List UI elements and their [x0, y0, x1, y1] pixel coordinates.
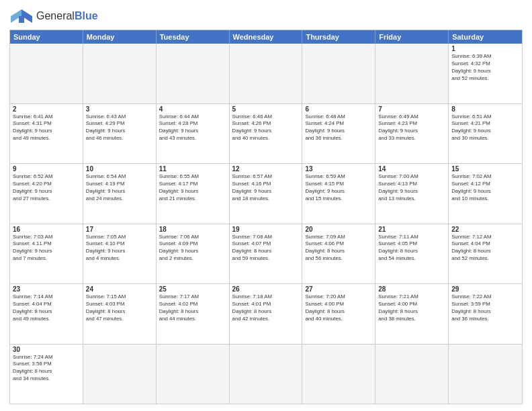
day-number: 24 — [86, 285, 153, 293]
day-info: Sunrise: 6:54 AM Sunset: 4:19 PM Dayligh… — [86, 173, 153, 203]
day-number: 11 — [159, 165, 226, 173]
calendar-row-4: 23Sunrise: 7:14 AM Sunset: 4:04 PM Dayli… — [10, 284, 522, 345]
day-number: 3 — [86, 105, 153, 113]
day-info: Sunrise: 7:21 AM Sunset: 4:00 PM Dayligh… — [378, 293, 445, 323]
page: GeneralBlue SundayMondayTuesdayWednesday… — [0, 0, 532, 411]
day-number: 16 — [13, 226, 80, 233]
day-info: Sunrise: 7:18 AM Sunset: 4:01 PM Dayligh… — [232, 293, 300, 323]
logo-text: GeneralBlue — [36, 9, 98, 22]
weekday-header-sunday: Sunday — [10, 30, 83, 44]
day-info: Sunrise: 6:57 AM Sunset: 4:16 PM Dayligh… — [232, 173, 300, 203]
day-info: Sunrise: 6:43 AM Sunset: 4:29 PM Dayligh… — [86, 113, 153, 143]
calendar-header: SundayMondayTuesdayWednesdayThursdayFrid… — [10, 30, 522, 44]
day-info: Sunrise: 7:24 AM Sunset: 3:58 PM Dayligh… — [13, 354, 80, 383]
calendar-body: 1Sunrise: 6:39 AM Sunset: 4:32 PM Daylig… — [10, 44, 522, 404]
calendar-cell: 9Sunrise: 6:52 AM Sunset: 4:20 PM Daylig… — [10, 164, 83, 224]
calendar: SundayMondayTuesdayWednesdayThursdayFrid… — [9, 30, 523, 404]
calendar-row-0: 1Sunrise: 6:39 AM Sunset: 4:32 PM Daylig… — [10, 44, 522, 104]
day-number: 2 — [13, 105, 80, 113]
weekday-header-saturday: Saturday — [449, 30, 522, 44]
day-info: Sunrise: 6:52 AM Sunset: 4:20 PM Dayligh… — [13, 173, 80, 203]
day-info: Sunrise: 7:12 AM Sunset: 4:04 PM Dayligh… — [451, 234, 519, 263]
day-info: Sunrise: 6:44 AM Sunset: 4:28 PM Dayligh… — [159, 113, 226, 143]
calendar-cell: 27Sunrise: 7:20 AM Sunset: 4:00 PM Dayli… — [302, 284, 375, 344]
day-number: 25 — [159, 285, 226, 293]
day-info: Sunrise: 7:20 AM Sunset: 4:00 PM Dayligh… — [305, 293, 372, 323]
calendar-cell: 10Sunrise: 6:54 AM Sunset: 4:19 PM Dayli… — [83, 164, 157, 224]
calendar-cell: 8Sunrise: 6:51 AM Sunset: 4:21 PM Daylig… — [449, 104, 522, 164]
svg-rect-2 — [19, 16, 24, 23]
day-number: 13 — [305, 165, 372, 173]
day-number: 14 — [378, 165, 445, 173]
day-number: 18 — [159, 226, 226, 233]
day-info: Sunrise: 7:11 AM Sunset: 4:05 PM Dayligh… — [378, 234, 445, 263]
calendar-cell: 12Sunrise: 6:57 AM Sunset: 4:16 PM Dayli… — [230, 164, 303, 224]
calendar-cell: 19Sunrise: 7:08 AM Sunset: 4:07 PM Dayli… — [230, 224, 303, 284]
day-number: 1 — [451, 45, 519, 52]
day-info: Sunrise: 6:39 AM Sunset: 4:32 PM Dayligh… — [451, 53, 519, 83]
day-info: Sunrise: 7:00 AM Sunset: 4:13 PM Dayligh… — [378, 173, 445, 203]
calendar-cell — [375, 44, 449, 103]
weekday-header-wednesday: Wednesday — [230, 30, 303, 44]
weekday-header-thursday: Thursday — [302, 30, 375, 44]
weekday-header-friday: Friday — [375, 30, 449, 44]
calendar-cell: 4Sunrise: 6:44 AM Sunset: 4:28 PM Daylig… — [157, 104, 230, 164]
day-number: 8 — [451, 105, 519, 113]
day-info: Sunrise: 6:41 AM Sunset: 4:31 PM Dayligh… — [13, 113, 80, 143]
day-info: Sunrise: 7:22 AM Sunset: 3:59 PM Dayligh… — [451, 293, 519, 323]
day-number: 29 — [451, 285, 519, 293]
calendar-cell: 20Sunrise: 7:09 AM Sunset: 4:06 PM Dayli… — [302, 224, 375, 284]
calendar-cell: 30Sunrise: 7:24 AM Sunset: 3:58 PM Dayli… — [10, 345, 83, 404]
weekday-header-tuesday: Tuesday — [157, 30, 230, 44]
day-number: 7 — [378, 105, 445, 113]
day-number: 12 — [232, 165, 300, 173]
calendar-cell: 2Sunrise: 6:41 AM Sunset: 4:31 PM Daylig… — [10, 104, 83, 164]
day-info: Sunrise: 7:03 AM Sunset: 4:11 PM Dayligh… — [13, 234, 80, 263]
day-info: Sunrise: 6:48 AM Sunset: 4:24 PM Dayligh… — [305, 113, 372, 143]
calendar-cell: 22Sunrise: 7:12 AM Sunset: 4:04 PM Dayli… — [449, 224, 522, 284]
calendar-cell — [10, 44, 83, 103]
calendar-cell: 24Sunrise: 7:15 AM Sunset: 4:03 PM Dayli… — [83, 284, 157, 344]
calendar-cell — [230, 44, 303, 103]
day-number: 6 — [305, 105, 372, 113]
calendar-cell: 18Sunrise: 7:06 AM Sunset: 4:09 PM Dayli… — [157, 224, 230, 284]
day-number: 17 — [86, 226, 153, 233]
calendar-cell: 1Sunrise: 6:39 AM Sunset: 4:32 PM Daylig… — [449, 44, 522, 103]
calendar-cell: 6Sunrise: 6:48 AM Sunset: 4:24 PM Daylig… — [302, 104, 375, 164]
calendar-cell — [302, 44, 375, 103]
day-number: 21 — [378, 226, 445, 233]
day-number: 22 — [451, 226, 519, 233]
calendar-row-5: 30Sunrise: 7:24 AM Sunset: 3:58 PM Dayli… — [10, 345, 522, 404]
logo-icon — [9, 7, 34, 26]
day-info: Sunrise: 7:17 AM Sunset: 4:02 PM Dayligh… — [159, 293, 226, 323]
day-number: 19 — [232, 226, 300, 233]
calendar-row-2: 9Sunrise: 6:52 AM Sunset: 4:20 PM Daylig… — [10, 164, 522, 224]
day-info: Sunrise: 6:46 AM Sunset: 4:26 PM Dayligh… — [232, 113, 300, 143]
day-number: 5 — [232, 105, 300, 113]
logo: GeneralBlue — [9, 7, 98, 26]
calendar-cell: 7Sunrise: 6:49 AM Sunset: 4:23 PM Daylig… — [375, 104, 449, 164]
day-number: 10 — [86, 165, 153, 173]
header: GeneralBlue — [9, 7, 523, 26]
calendar-cell: 17Sunrise: 7:05 AM Sunset: 4:10 PM Dayli… — [83, 224, 157, 284]
day-info: Sunrise: 7:08 AM Sunset: 4:07 PM Dayligh… — [232, 234, 300, 263]
calendar-cell — [83, 345, 157, 404]
day-info: Sunrise: 7:15 AM Sunset: 4:03 PM Dayligh… — [86, 293, 153, 323]
day-number: 4 — [159, 105, 226, 113]
calendar-cell — [302, 345, 375, 404]
day-info: Sunrise: 6:51 AM Sunset: 4:21 PM Dayligh… — [451, 113, 519, 143]
calendar-cell — [83, 44, 157, 103]
day-number: 30 — [13, 346, 80, 353]
calendar-cell: 28Sunrise: 7:21 AM Sunset: 4:00 PM Dayli… — [375, 284, 449, 344]
calendar-row-1: 2Sunrise: 6:41 AM Sunset: 4:31 PM Daylig… — [10, 104, 522, 165]
day-number: 23 — [13, 285, 80, 293]
calendar-cell — [375, 345, 449, 404]
weekday-header-monday: Monday — [83, 30, 157, 44]
calendar-cell: 25Sunrise: 7:17 AM Sunset: 4:02 PM Dayli… — [157, 284, 230, 344]
calendar-cell: 29Sunrise: 7:22 AM Sunset: 3:59 PM Dayli… — [449, 284, 522, 344]
calendar-cell — [230, 345, 303, 404]
day-number: 15 — [451, 165, 519, 173]
calendar-cell: 13Sunrise: 6:59 AM Sunset: 4:15 PM Dayli… — [302, 164, 375, 224]
calendar-cell: 14Sunrise: 7:00 AM Sunset: 4:13 PM Dayli… — [375, 164, 449, 224]
calendar-cell: 5Sunrise: 6:46 AM Sunset: 4:26 PM Daylig… — [230, 104, 303, 164]
